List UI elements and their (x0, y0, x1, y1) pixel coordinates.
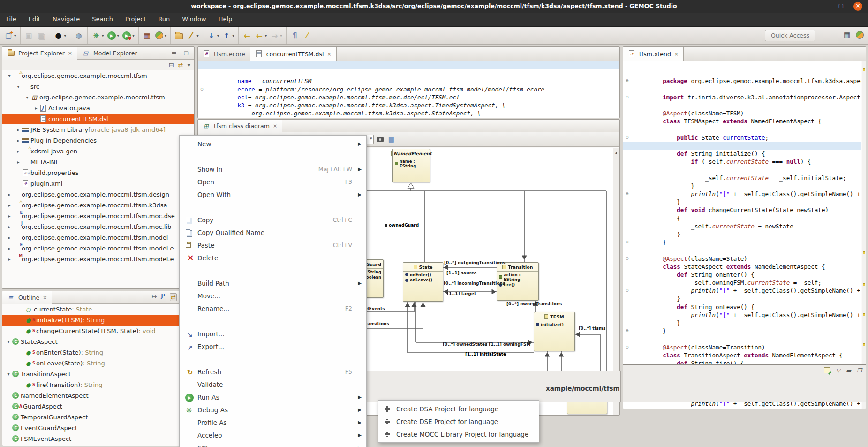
link-editor-icon[interactable]: ⇄ (178, 61, 183, 68)
context-menu-item[interactable]: Refresh F5 (180, 365, 366, 378)
fold-marker[interactable] (625, 175, 630, 181)
fold-marker[interactable] (625, 328, 630, 333)
tree-item[interactable]: org.eclipse.gemoc.example.moccml.tfsm (2, 70, 194, 81)
toolbar-button[interactable]: ▾ (185, 30, 200, 41)
chevron-down-icon[interactable]: ▾ (14, 33, 16, 38)
context-menu-item[interactable] (180, 315, 366, 327)
context-menu-item[interactable]: Copy Ctrl+C (180, 213, 366, 226)
fold-marker[interactable] (625, 232, 630, 237)
submenu-item[interactable]: Create MOCC Library Project for language (378, 428, 539, 440)
fold-marker[interactable] (625, 95, 630, 100)
expand-arrow[interactable] (15, 138, 22, 143)
tree-item[interactable]: Activator.java (2, 103, 194, 114)
perspective-icon[interactable] (856, 31, 864, 39)
chevron-down-icon[interactable]: ▾ (165, 33, 167, 38)
context-menu-item[interactable]: Build Path ▶ (180, 277, 366, 289)
menu-item[interactable]: Run (152, 13, 176, 27)
fold-marker[interactable] (625, 159, 630, 164)
context-menu-item[interactable]: Profile As ▶ (180, 416, 366, 429)
toolbar-button[interactable] (174, 30, 184, 40)
fold-marker[interactable] (625, 320, 630, 326)
expand-arrow[interactable] (6, 213, 13, 219)
outline-item[interactable]: S changeCurrentState(TFSM, State) : void (2, 326, 194, 336)
fold-marker[interactable] (625, 240, 630, 245)
tree-item[interactable]: org.eclipse.gemoc.example.moccml.tfsm.de… (2, 189, 194, 200)
uml-operation[interactable]: initialize() (534, 321, 574, 327)
tree-item[interactable]: org.eclipse.gemoc.example.moccml.tfsm.mo… (2, 232, 194, 243)
fold-marker[interactable] (625, 264, 630, 269)
menu-item[interactable]: Edit (23, 13, 46, 27)
tree-item[interactable]: E org.eclipse.gemoc.example.moccml.tfsm.… (2, 211, 194, 221)
tree-item[interactable]: M org.eclipse.gemoc.example.moccml.tfsm.… (2, 254, 194, 265)
menu-item[interactable]: Window (176, 13, 212, 27)
fold-marker[interactable] (625, 288, 630, 293)
editor-tab[interactable]: tfsm.ecore (198, 47, 250, 61)
fold-marker[interactable] (625, 143, 630, 148)
context-menu-item[interactable] (180, 150, 366, 163)
fold-marker[interactable] (625, 345, 630, 350)
fold-marker[interactable] (625, 248, 630, 253)
outline-item[interactable]: A GuardAspect (2, 401, 194, 412)
toolbar-button[interactable]: ▾ (106, 30, 121, 41)
toolbar-button[interactable] (73, 30, 84, 41)
fold-marker[interactable] (625, 312, 630, 318)
view-tab[interactable]: Model Explorer (77, 47, 142, 60)
context-menu-item[interactable]: Export... (180, 340, 366, 353)
close-icon[interactable]: × (68, 50, 72, 56)
submenu-item[interactable]: Create DSE Project for language (378, 415, 539, 428)
tree-item[interactable]: J org.eclipse.gemoc.example.moccml.tfsm.… (2, 221, 194, 232)
fold-marker[interactable] (625, 135, 630, 140)
expand-arrow[interactable] (6, 235, 13, 240)
submenu-item[interactable]: Create DSA Project for language (378, 402, 539, 415)
toolbar-button[interactable] (242, 30, 253, 41)
outline-item[interactable]: S fire(Transition) : String (2, 379, 194, 390)
panel-min-max[interactable]: ▬ ▢ (172, 50, 191, 56)
chevron-down-icon[interactable]: ▾ (217, 33, 219, 38)
fold-marker[interactable] (625, 256, 630, 261)
minimize-button[interactable]: — (822, 2, 830, 11)
context-menu-item[interactable]: Rename... F2 (180, 302, 366, 315)
context-menu-item[interactable]: Import... (180, 327, 366, 340)
chevron-down-icon[interactable]: ▾ (132, 33, 135, 38)
context-menu-item[interactable]: Run As ▶ (180, 391, 366, 403)
tree-item[interactable]: JRE System Library [oracle-java8-jdk-amd… (2, 124, 194, 135)
toolbar-button[interactable]: ▾ (53, 30, 68, 41)
context-menu-item[interactable]: Delete (180, 251, 366, 264)
uml-class-box[interactable]: TFSM initialize() (534, 312, 575, 351)
perspective-icon[interactable] (842, 30, 852, 39)
maximize-icon[interactable]: ❐ (857, 367, 862, 374)
fold-marker[interactable] (199, 78, 204, 83)
context-menu-item[interactable]: New ▶ (180, 137, 366, 150)
collapse-all-icon[interactable]: ⊟ (169, 61, 174, 68)
fold-marker[interactable] (625, 183, 630, 189)
expand-arrow[interactable] (15, 127, 22, 132)
new-note-icon[interactable] (824, 367, 830, 373)
expand-arrow[interactable] (6, 192, 13, 197)
fold-marker[interactable] (625, 336, 630, 341)
uml-class-box[interactable]: State onEnter()onLeave() (403, 262, 443, 302)
close-icon[interactable]: × (327, 51, 332, 57)
outline-item[interactable]: StateAspect (2, 336, 194, 347)
chevron-down-icon[interactable]: ▾ (117, 33, 120, 38)
link-with-editor-icon[interactable]: ↦ (152, 293, 157, 301)
expand-arrow[interactable] (6, 203, 13, 208)
chevron-down-icon[interactable]: ▾ (102, 33, 104, 38)
snapshot-icon[interactable] (377, 137, 384, 142)
toolbar-button[interactable] (23, 30, 35, 41)
fold-marker[interactable] (625, 119, 630, 124)
editor-tab[interactable]: concurrentTFSM.dsl × (250, 47, 337, 61)
menu-item[interactable]: Help (212, 13, 239, 27)
fold-marker[interactable] (199, 111, 204, 116)
outline-item[interactable]: S onLeave(State) : String (2, 358, 194, 369)
toolbar-button[interactable] (142, 30, 153, 41)
toolbar-button[interactable]: ▾ (269, 30, 283, 41)
expand-arrow[interactable] (15, 84, 22, 89)
fold-marker[interactable] (625, 127, 630, 132)
tree-item[interactable]: xdsml-java-gen (2, 146, 194, 157)
tree-item[interactable]: org.eclipse.gemoc.example.moccml.tfsm (2, 92, 194, 103)
close-icon[interactable]: × (273, 123, 277, 129)
context-menu-item[interactable]: Open With ▶ (180, 188, 366, 201)
uml-operation[interactable]: onLeave() (403, 277, 443, 283)
toolbar-button[interactable]: ▾ (206, 30, 220, 41)
fold-marker[interactable] (199, 103, 204, 108)
